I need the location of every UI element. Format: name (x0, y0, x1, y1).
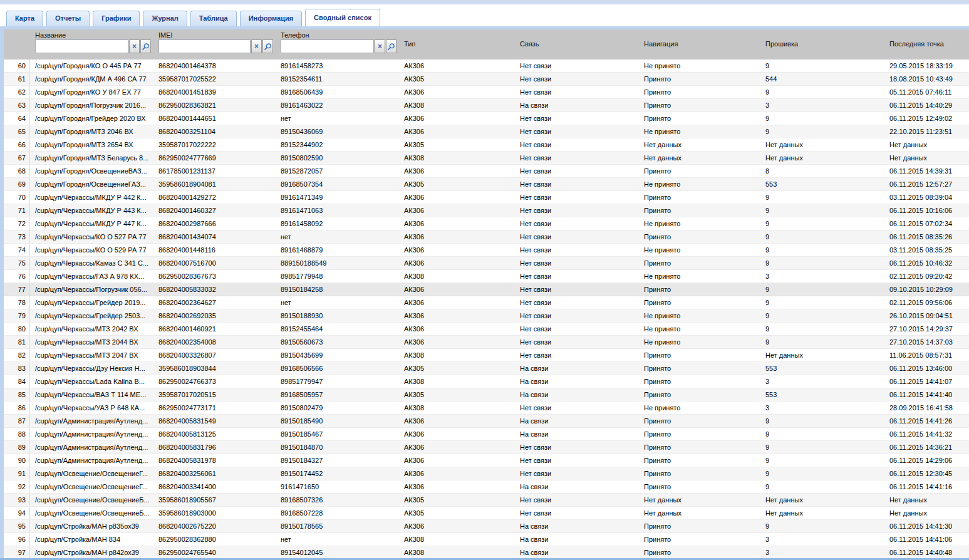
cell-name: /cup/цуп/Черкассы/МКДУ Р 447 К... (30, 217, 153, 230)
cell-imei: 868204002987666 (153, 217, 276, 230)
table-row[interactable]: 93 /cup/цуп/Освещение/ОсвещениеБ... 3595… (4, 494, 969, 507)
table-row[interactable]: 89 /cup/цуп/Администрация/Аутленд... 868… (4, 441, 969, 454)
table-row[interactable]: 85 /cup/цуп/Черкассы/ВАЗ Т 114 МЕ... 359… (4, 388, 969, 402)
table-row[interactable]: 60 /cup/цуп/Городня/КО О 445 РА 77 86820… (4, 60, 969, 73)
cell-phone: 89152344902 (276, 138, 399, 151)
table-row[interactable]: 79 /cup/цуп/Черкассы/Грейдер 2503... 868… (4, 309, 969, 323)
table-row[interactable]: 95 /cup/цуп/Стройка/МАН р835ох39 8682040… (4, 520, 969, 533)
tab-table[interactable]: Таблица (190, 11, 237, 26)
cell-name: /cup/цуп/Черкассы/Погрузчик 056... (30, 283, 153, 296)
imei-filter-input[interactable] (158, 39, 251, 53)
tab-charts[interactable]: Графики (93, 11, 140, 26)
table-row[interactable]: 82 /cup/цуп/Черкассы/МТЗ 2047 ВХ 8682040… (4, 349, 969, 362)
phone-filter-input[interactable] (281, 39, 374, 53)
cell-navigation: Не принято (639, 270, 760, 283)
cell-phone: 89150184258 (276, 283, 399, 296)
table-row[interactable]: 84 /cup/цуп/Черкассы/Lada Kalina В... 86… (4, 375, 969, 388)
table-row[interactable]: 70 /cup/цуп/Черкассы/МКДУ Р 442 К... 868… (4, 191, 969, 204)
table-row[interactable]: 73 /cup/цуп/Черкассы/КО О 527 РА 77 8682… (4, 231, 969, 244)
tab-map[interactable]: Карта (6, 11, 43, 26)
cell-navigation: Принято (639, 191, 760, 204)
row-number: 64 (4, 112, 30, 125)
cell-firmware: 9 (760, 520, 884, 532)
table-row[interactable]: 65 /cup/цуп/Городня/МТЗ 2046 ВХ 86820400… (4, 125, 969, 138)
cell-last-point: 06.11.2015 14:41:32 (884, 428, 969, 440)
table-row[interactable]: 78 /cup/цуп/Черкассы/Грейдер 2019... 868… (4, 296, 969, 309)
table-row[interactable]: 81 /cup/цуп/Черкассы/МТЗ 2044 ВХ 8682040… (4, 336, 969, 349)
table-row[interactable]: 69 /cup/цуп/Городня/ОсвещениеГАЗ... 3595… (4, 178, 969, 191)
cell-navigation: Принято (639, 165, 760, 177)
cell-firmware: 9 (760, 231, 884, 243)
table-header: Название × IMEI × (4, 29, 969, 60)
table-row[interactable]: 94 /cup/цуп/Освещение/ОсвещениеБ... 3595… (4, 507, 969, 520)
table-row[interactable]: 96 /cup/цуп/Стройка/МАН 834 862950028362… (4, 533, 969, 546)
column-header-phone: Телефон × (276, 29, 399, 60)
table-row[interactable]: 92 /cup/цуп/Освещение/ОсвещениеГ... 8682… (4, 480, 969, 494)
cell-name: /cup/цуп/Городня/КО О 445 РА 77 (30, 60, 153, 72)
tab-journal[interactable]: Журнал (143, 11, 187, 26)
cell-name: /cup/цуп/Черкассы/Дэу Нексия Н... (30, 362, 153, 375)
row-number: 63 (4, 99, 30, 111)
cell-firmware: 553 (760, 388, 884, 401)
table-row[interactable]: 77 /cup/цуп/Черкассы/Погрузчик 056... 86… (4, 283, 969, 296)
cell-firmware: 9 (760, 428, 884, 440)
cell-type: АК308 (399, 349, 515, 361)
cell-firmware: 544 (760, 73, 884, 85)
cell-name: /cup/цуп/Черкассы/Камаз С 341 С... (30, 257, 153, 269)
cell-imei: 359586018903844 (153, 362, 276, 375)
cell-type: АК306 (399, 467, 515, 480)
row-number: 95 (4, 520, 30, 532)
table-row[interactable]: 64 /cup/цуп/Городня/Грейдер 2020 ВХ 8682… (4, 112, 969, 125)
cell-phone: 89150184327 (276, 454, 399, 467)
table-row[interactable]: 91 /cup/цуп/Освещение/ОсвещениеГ... 8682… (4, 467, 969, 480)
table-row[interactable]: 76 /cup/цуп/Черкассы/ГАЗ А 978 КХ... 862… (4, 270, 969, 283)
imei-filter-search-button[interactable] (262, 39, 273, 53)
table-row[interactable]: 68 /cup/цуп/Городня/ОсвещениеВАЗ... 8617… (4, 165, 969, 178)
cell-imei: 868204002364627 (153, 296, 276, 309)
table-row[interactable]: 80 /cup/цуп/Черкассы/МТЗ 2042 ВХ 8682040… (4, 323, 969, 336)
cell-last-point: 06.11.2015 14:41:40 (884, 388, 969, 401)
table-row[interactable]: 72 /cup/цуп/Черкассы/МКДУ Р 447 К... 868… (4, 217, 969, 231)
cell-last-point: Нет данных (884, 494, 969, 506)
tab-information[interactable]: Информация (240, 11, 302, 26)
table-row[interactable]: 83 /cup/цуп/Черкассы/Дэу Нексия Н... 359… (4, 362, 969, 375)
cell-navigation: Не принято (639, 336, 760, 348)
tab-reports[interactable]: Отчеты (46, 11, 90, 26)
table-row[interactable]: 88 /cup/цуп/Администрация/Аутленд... 868… (4, 428, 969, 441)
table-row[interactable]: 75 /cup/цуп/Черкассы/Камаз С 341 С... 86… (4, 257, 969, 270)
cell-link-status: Нет связи (515, 178, 639, 190)
row-number: 67 (4, 152, 30, 164)
table-row[interactable]: 74 /cup/цуп/Черкассы/КО О 529 РА 77 8682… (4, 244, 969, 257)
cell-firmware: 9 (760, 441, 884, 454)
cell-phone: 89168506566 (276, 362, 399, 375)
table-row[interactable]: 61 /cup/цуп/Городня/КДМ А 496 СА 77 3595… (4, 73, 969, 86)
table-row[interactable]: 71 /cup/цуп/Черкассы/МКДУ Р 443 К... 868… (4, 204, 969, 217)
phone-filter-search-button[interactable] (386, 39, 396, 53)
cell-last-point: 06.11.2015 12:49:02 (884, 112, 969, 125)
table-row[interactable]: 62 /cup/цуп/Городня/КО У 847 ЕХ 77 86820… (4, 86, 969, 99)
imei-filter: × (158, 39, 273, 53)
name-filter-clear-button[interactable]: × (129, 39, 140, 53)
row-number: 60 (4, 60, 30, 72)
row-number: 92 (4, 480, 30, 493)
name-filter-search-button[interactable] (140, 39, 151, 53)
imei-filter-clear-button[interactable]: × (251, 39, 262, 53)
column-label-type: Тип (399, 29, 515, 48)
column-header-navigation: Навигация (639, 29, 760, 60)
table-row[interactable]: 87 /cup/цуп/Администрация/Аутленд... 868… (4, 415, 969, 428)
table-row[interactable]: 66 /cup/цуп/Городня/МТЗ 2654 ВХ 35958701… (4, 138, 969, 152)
table-row[interactable]: 97 /cup/цуп/Стройка/МАН р842ох39 8629500… (4, 546, 969, 559)
cell-navigation: Принято (639, 415, 760, 427)
cell-name: /cup/цуп/Освещение/ОсвещениеБ... (30, 507, 153, 519)
table-row[interactable]: 86 /cup/цуп/Черкассы/УАЗ Р 648 КА... 862… (4, 402, 969, 415)
tab-summary-list[interactable]: Сводный список (305, 9, 380, 26)
cell-firmware: 8 (760, 165, 884, 177)
cell-type: АК305 (399, 138, 515, 151)
phone-filter-clear-button[interactable]: × (375, 39, 385, 53)
table-row[interactable]: 90 /cup/цуп/Администрация/Аутленд... 868… (4, 454, 969, 467)
table-row[interactable]: 63 /cup/цуп/Городня/Погрузчик 2016... 86… (4, 99, 969, 112)
cell-navigation: Нет данных (639, 152, 760, 164)
name-filter-input[interactable] (35, 39, 128, 53)
cell-imei: 868204003341400 (153, 480, 276, 493)
table-row[interactable]: 67 /cup/цуп/Городня/МТЗ Беларусь 8... 86… (4, 152, 969, 165)
